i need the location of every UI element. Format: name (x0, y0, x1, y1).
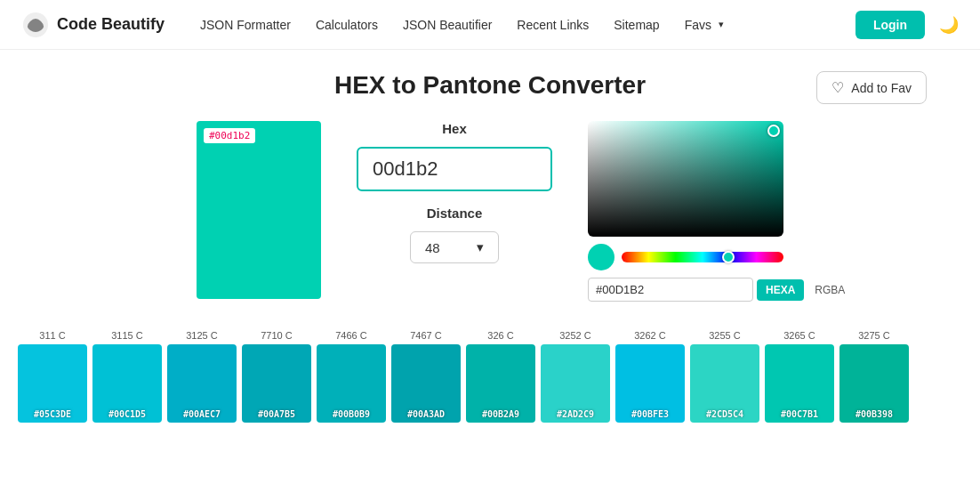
swatch-name: 7710 C (261, 330, 292, 341)
swatch-code: #00A3AD (407, 409, 445, 419)
logo[interactable]: Code Beautify (21, 11, 165, 39)
gradient-dot (767, 125, 780, 137)
distance-value: 48 (425, 240, 440, 255)
swatch-box[interactable]: #2CD5C4 (690, 344, 759, 423)
favs-chevron-icon: ▾ (719, 19, 724, 30)
swatch-code: #00B0B9 (333, 409, 370, 419)
swatch-item: 7467 C #00A3AD (391, 330, 461, 423)
distance-label: Distance (427, 206, 483, 221)
color-preview-section: #00d1b2 (197, 121, 321, 299)
color-picker-section: HEXA RGBA (588, 121, 783, 302)
swatch-name: 3255 C (709, 330, 740, 341)
swatch-item: 7466 C #00B0B9 (317, 330, 386, 423)
swatch-item: 3255 C #2CD5C4 (690, 330, 759, 423)
add-to-fav-button[interactable]: ♡ Add to Fav (816, 71, 927, 104)
hue-slider[interactable] (622, 252, 783, 262)
swatch-box[interactable]: #00C7B1 (765, 344, 834, 423)
nav-links: JSON Formatter Calculators JSON Beautifi… (200, 18, 855, 32)
swatch-name: 3125 C (186, 330, 217, 341)
recent-links-link[interactable]: Recent Links (517, 18, 589, 32)
swatch-name: 3252 C (559, 330, 590, 341)
hexa-button[interactable]: HEXA (757, 279, 804, 301)
login-button[interactable]: Login (855, 11, 925, 39)
swatch-name: 7467 C (410, 330, 441, 341)
add-to-fav-label: Add to Fav (851, 81, 912, 95)
main-content: HEX to Pantone Converter ♡ Add to Fav #0… (0, 50, 980, 316)
sitemap-link[interactable]: Sitemap (614, 18, 659, 32)
swatch-item: 3125 C #00AEC7 (167, 330, 237, 423)
swatch-code: #00AEC7 (183, 409, 221, 419)
color-hex-label: #00d1b2 (204, 128, 255, 143)
hex-row: HEXA RGBA (588, 278, 783, 302)
swatch-box[interactable]: #2AD2C9 (541, 344, 610, 423)
input-section: Hex Distance 48 ▾ (357, 121, 552, 263)
hex-label: Hex (442, 121, 467, 136)
logo-icon (21, 11, 50, 39)
json-formatter-link[interactable]: JSON Formatter (200, 18, 291, 32)
navbar: Code Beautify JSON Formatter Calculators… (0, 0, 980, 50)
swatch-box[interactable]: #00B2A9 (466, 344, 535, 423)
swatch-name: 326 C (487, 330, 513, 341)
swatch-code: #00C1D5 (108, 409, 146, 419)
swatch-code: #00B2A9 (482, 409, 519, 419)
distance-chevron-icon: ▾ (477, 239, 484, 255)
rgba-button[interactable]: RGBA (807, 279, 852, 301)
swatch-name: 3115 C (111, 330, 142, 341)
swatch-item: 3252 C #2AD2C9 (541, 330, 610, 423)
color-preview-box: #00d1b2 (197, 121, 321, 299)
swatch-item: 3115 C #00C1D5 (92, 330, 162, 423)
heart-icon: ♡ (831, 79, 844, 96)
swatch-item: 3262 C #00BFE3 (615, 330, 685, 423)
swatch-item: 3265 C #00C7B1 (765, 330, 834, 423)
hex-display-input[interactable] (588, 278, 753, 302)
distance-dropdown[interactable]: 48 ▾ (410, 231, 499, 263)
swatch-code: #05C3DE (34, 409, 71, 419)
swatch-box[interactable]: #00C1D5 (92, 344, 162, 423)
swatch-code: #00BFE3 (631, 409, 669, 419)
swatch-box[interactable]: #00A7B5 (242, 344, 311, 423)
hue-swatch (588, 244, 615, 270)
nav-right-actions: Login 🌙 (855, 11, 959, 39)
swatches-section: 311 C #05C3DE 3115 C #00C1D5 3125 C #00A… (0, 316, 980, 430)
center-area: #00d1b2 Hex Distance 48 ▾ (0, 121, 980, 302)
dark-mode-button[interactable]: 🌙 (939, 15, 959, 35)
swatch-box[interactable]: #00BFE3 (615, 344, 685, 423)
swatch-box[interactable]: #00A3AD (391, 344, 461, 423)
swatch-name: 311 C (39, 330, 65, 341)
swatch-item: 311 C #05C3DE (18, 330, 87, 423)
favs-link[interactable]: Favs ▾ (685, 18, 724, 32)
swatch-box[interactable]: #00B0B9 (317, 344, 386, 423)
swatch-code: #2AD2C9 (557, 409, 594, 419)
logo-text: Code Beautify (57, 15, 165, 34)
hue-row (588, 244, 783, 270)
page-title: HEX to Pantone Converter (334, 71, 646, 100)
swatch-box[interactable]: #00B398 (839, 344, 909, 423)
hue-thumb (722, 251, 735, 263)
swatch-box[interactable]: #05C3DE (18, 344, 87, 423)
gradient-picker[interactable] (588, 121, 783, 237)
swatches-row: 311 C #05C3DE 3115 C #00C1D5 3125 C #00A… (18, 330, 962, 423)
swatch-box[interactable]: #00AEC7 (167, 344, 237, 423)
favs-label: Favs (685, 18, 711, 32)
swatch-name: 3275 C (858, 330, 889, 341)
swatch-name: 7466 C (335, 330, 366, 341)
swatch-name: 3262 C (634, 330, 665, 341)
swatch-code: #00B398 (855, 409, 893, 419)
swatch-code: #00C7B1 (781, 409, 818, 419)
json-beautifier-link[interactable]: JSON Beautifier (403, 18, 492, 32)
hex-input[interactable] (357, 147, 552, 191)
swatch-name: 3265 C (783, 330, 815, 341)
swatch-code: #00A7B5 (258, 409, 295, 419)
swatch-item: 7710 C #00A7B5 (242, 330, 311, 423)
calculators-link[interactable]: Calculators (316, 18, 378, 32)
swatch-code: #2CD5C4 (706, 409, 743, 419)
swatch-item: 3275 C #00B398 (839, 330, 909, 423)
swatch-item: 326 C #00B2A9 (466, 330, 535, 423)
